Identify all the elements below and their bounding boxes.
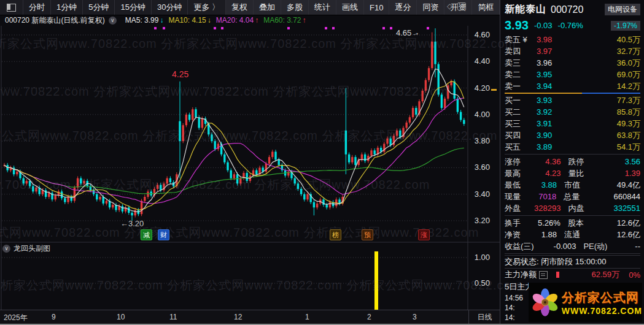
ask-row[interactable]: 卖二3.9569.0万 [505,69,640,80]
svg-text:4.20: 4.20 [475,83,490,93]
ma-legend-item-0: MA5: 3.99↓ [125,16,164,25]
site-logo[interactable]: 分析家公式网 WWW.70822.COM [529,283,642,322]
ma-trend-arrow: ↑ [303,16,306,25]
bid-row[interactable]: 买四3.9063.8万 [505,129,640,141]
stat-row: 净资1.88流通12.6亿 [505,229,640,240]
bid-label: 买四 [505,130,537,141]
chevron-down-icon[interactable]: ∨ [2,245,10,253]
bid-volume: 77.3万 [617,95,640,106]
stat-label: 总量 [564,191,596,202]
tick-time: 14: [505,313,530,322]
ask-row[interactable]: 卖三3.9636.0万 [505,57,640,69]
tick-time: 14: [505,304,530,312]
stat-label: 换手 [505,218,521,229]
stat-value: 4.36 [545,157,561,166]
x-axis-month-label: 3 [413,313,417,321]
toolbar-period-5min[interactable]: 5分钟 [83,0,115,15]
bid-row[interactable]: 买三3.9149.3万 [505,118,640,129]
stat-label: PE(动) [583,241,615,252]
trade-status: 交易状态: 闭市阶段 15:00:00 [505,255,640,269]
stat-label: 流通 [564,229,596,240]
toolbar-period-1min[interactable]: 1分钟 [51,0,83,15]
svg-text:4.60: 4.60 [475,30,490,39]
toolbar-period-group: 分时1分钟5分钟15分钟30分钟更多 〉 [23,0,226,15]
stat-value: 332551 [614,204,640,213]
chart-title: 000720 新能泰山(日线.前复权) [5,15,105,26]
window-toggle-button[interactable] [0,0,23,15]
svg-text:3.20: 3.20 [475,216,490,225]
toolbar-button-stats[interactable]: 统计 [309,0,336,15]
logo-site-url: WWW.70822.COM [562,306,642,316]
detail-list-icon[interactable] [539,271,548,279]
industry-tag[interactable]: 电网设备 [605,4,640,15]
x-axis-month-label: 2 [367,313,371,321]
stat-label: 量比 [568,168,600,179]
svg-text:4.00: 4.00 [475,110,490,119]
ask-row[interactable]: 卖四3.9732.7万 [505,45,640,57]
toolbar-button-simple-frame[interactable]: 简框 [472,0,500,15]
diamond-icon[interactable]: ◇ [447,2,452,10]
toolbar-button-adjust[interactable]: 复权 [226,0,254,15]
bid-price: 3.91 [537,119,573,128]
bid-row[interactable]: 买一3.9377.3万 [505,94,640,106]
period-label: 日线 [478,312,492,323]
top-toolbar: 分时1分钟5分钟15分钟30分钟更多 〉 复权叠加多股统计画线F10逐分同资开资… [0,0,500,15]
svg-text:3.80: 3.80 [475,136,490,145]
stat-row: 收益(三)-0.003PE(动)-- [505,240,640,252]
ask-volume: 40.5万 [617,34,640,45]
period-indicator[interactable]: 日线 [468,310,500,324]
bid-row[interactable]: 买二3.9285.8万 [505,106,640,118]
event-badge-0[interactable]: 减 [141,229,152,240]
industry-change-pct: -1.97% [611,21,640,31]
chevron-down-icon[interactable]: ∨ [109,17,117,25]
toolbar-button-overlay[interactable]: 叠加 [254,0,281,15]
x-axis-month-label: 12 [234,313,242,321]
stat-label: 股本 [568,218,600,229]
event-badge-4[interactable]: 涨 [418,229,430,240]
last-price: 3.93 [505,18,529,32]
ma-label: MA20: 4.04 [216,16,254,25]
sub-chart-header: ∨ 龙回头副图 [2,243,50,254]
stat-label: 净资 [505,229,521,240]
bid-row[interactable]: 买五3.8954.1万 [505,141,640,153]
toolbar-period-15min[interactable]: 15分钟 [115,0,151,15]
ask-price: 3.96 [537,58,573,67]
toolbar-button-tick-by-tick[interactable]: 逐分 [389,0,417,15]
stat-row: 涨停4.36跌停3.56 [505,156,640,167]
toolbar-button-multi-stock[interactable]: 多股 [281,0,309,15]
stat-label: 收益(三) [505,241,534,252]
toolbar-period-30min[interactable]: 30分钟 [152,0,188,15]
candlestick-chart-area[interactable]: 4.604.404.204.003.803.603.403.201.000.50 [0,26,500,310]
ask-row[interactable]: 卖一3.9414.2万 [505,80,640,92]
bid-volume: 63.8万 [617,130,640,141]
event-badge-1[interactable]: 财 [158,229,169,240]
ma-label: MA60: 3.72 [263,16,301,25]
ma-legend-item-1: MA10: 4.15↓ [168,16,211,25]
ask-label: 卖四 [505,46,537,57]
ma-label: MA5: 3.99 [125,16,159,25]
toolbar-period-minute-chart[interactable]: 分时 [23,0,51,15]
bid-price: 3.89 [537,142,573,151]
ask-price: 3.94 [537,82,573,91]
ask-price: 3.98 [537,35,573,44]
price-change-pct: -0.76% [558,21,583,30]
toolbar-period-more[interactable]: 更多 〉 [188,0,226,15]
ask-volume: 32.7万 [617,46,640,57]
toolbar-button-draw-line[interactable]: 画线 [336,0,364,15]
event-badge-3[interactable]: 预 [362,229,373,240]
toolbar-button-f10[interactable]: F10 [364,0,389,15]
ma-legend-item-3: MA60: 3.72↑ [263,16,306,25]
stat-label: 内盘 [568,203,600,214]
bid-label: 买五 [505,142,537,153]
chart-annotation-2: ←3.20 [120,219,144,228]
stat-label: 跌停 [568,156,600,167]
stat-value: 49.4亿 [617,180,640,191]
stat-row: 外盘328293内盘332551 [505,202,640,214]
ask-row[interactable]: 卖五 ¥3.9840.5万 [505,34,640,45]
event-badge-2[interactable]: 榜 [330,229,341,240]
split-panel-icon[interactable] [457,2,466,10]
toolbar-button-tongzi[interactable]: 同资 [417,0,444,15]
quote-header: 新能泰山 000720 电网设备 [505,2,640,17]
bid-price: 3.93 [537,96,573,105]
svg-text:1.00: 1.00 [475,253,490,262]
